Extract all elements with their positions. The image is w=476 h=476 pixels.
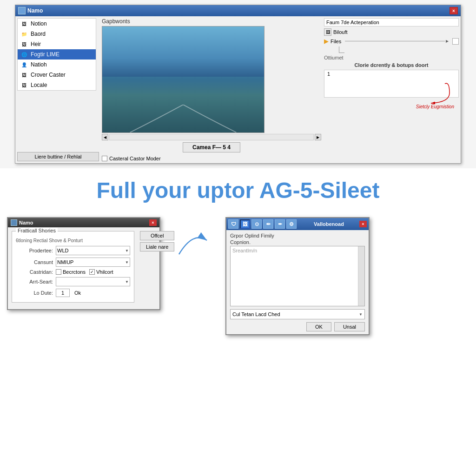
arrtseart-label: Arrt-Seart: [16, 279, 53, 284]
bilouft-label: Bilouft [333, 29, 348, 35]
baord-icon: 📁 [20, 30, 28, 38]
action-row: OK Unsal [230, 322, 365, 331]
natioh-icon: 👤 [20, 61, 28, 68]
prodertee-select[interactable]: WLD ▼ [56, 246, 130, 255]
toolbar-target[interactable]: ⊙ [251, 219, 262, 229]
scroll-track[interactable] [109, 134, 314, 140]
toolbar-image[interactable]: 🖼 [240, 219, 250, 229]
fogtir-icon: 🌐 [20, 51, 28, 58]
files-label: Files [331, 39, 341, 44]
top-window-close[interactable]: × [450, 7, 458, 14]
vhilcort-label: Vhilcort [96, 269, 113, 275]
namo-titlebar: Namo × [8, 218, 159, 227]
liere-button[interactable]: Liere buttine / Rehlal [17, 152, 99, 161]
text-area[interactable]: Sreantlm/n [230, 246, 365, 306]
vallobenoad-dialog: 🛡 🖼 ⊙ ✏ ✒ ⚙ Vallobenoad × Grpor Oplind F… [225, 217, 370, 335]
textarea-scrollbar[interactable] [358, 246, 364, 306]
toolbar-pen[interactable]: ✒ [275, 219, 285, 229]
list-item-natioh[interactable]: 👤 Natioh [18, 60, 96, 70]
textarea-placeholder: Sreantlm/n [231, 246, 364, 255]
scroll-right[interactable]: ▶ [315, 134, 321, 140]
cansunt-label: Cansunt [16, 259, 53, 265]
list-item-baord[interactable]: 📁 Baord [18, 29, 96, 39]
folder-icon: ▶ [324, 38, 329, 45]
vallobenoad-title: Vallobenoad [314, 221, 344, 227]
ok-button[interactable]: OK [306, 322, 331, 331]
lodute-label: Lo Dute: [16, 290, 53, 296]
notion-icon: 🖼 [20, 20, 28, 27]
toolbar-pencil[interactable]: ✏ [263, 219, 273, 229]
unsal-button[interactable]: Unsal [334, 322, 365, 331]
vallobenoad-close[interactable]: × [359, 221, 367, 227]
arrtseart-select[interactable]: ▼ [56, 277, 130, 286]
fratticall-group: Fratticall Shories 6tloning Rectial Shov… [12, 231, 134, 303]
cansunt-select[interactable]: NMIUP ▼ [56, 258, 130, 267]
vallobenoad-titlebar: 🛡 🖼 ⊙ ✏ ✒ ⚙ Vallobenoad × [226, 218, 369, 230]
scroll-left[interactable]: ◀ [102, 134, 108, 140]
namo-dialog: Namo × Fratticall Shories 6tloning Recti… [7, 217, 160, 310]
list-item-heir[interactable]: 🖼 Heir [18, 39, 96, 49]
bilouft-icon: 🖼 [324, 28, 331, 36]
crover-icon: 🖼 [20, 71, 28, 79]
prodertee-label: Prodertee: [16, 248, 53, 253]
castor-checkbox[interactable] [102, 156, 107, 161]
center-label: Gapbwonts [102, 18, 321, 25]
list-item-notion[interactable]: 🖼 Notion [18, 19, 96, 29]
offcel-button[interactable]: Offcel [140, 231, 174, 240]
liale-button[interactable]: Liale nare [140, 242, 174, 251]
subtitle1: Grpor Oplind Fimily [230, 233, 365, 238]
castor-label: Casteral Castor Moder [109, 156, 161, 161]
image-preview [102, 26, 264, 133]
arrtseart-arrow: ▼ [125, 280, 129, 284]
connector-svg [174, 226, 212, 264]
headline-text: Full your uptor AG-5-Sileet [5, 178, 471, 203]
ottiumet-label: Ottiumet [324, 55, 459, 60]
lodute-input[interactable] [56, 289, 70, 297]
vallobenoad-body: Grpor Oplind Fimily Copnion. Sreantlm/n … [226, 230, 369, 334]
top-window-title: Namo [27, 7, 43, 14]
top-window-body: 🖼 Notion 📁 Baord 🖼 Heir 🌐 Fogtir LIME [15, 16, 461, 163]
subtitle2: Copnion. [230, 239, 365, 245]
center-panel: Gapbwonts ◀ ▶ Camea F— 5 4 Casteral Ca [102, 18, 321, 161]
castridan-row: Castridan: Becrctons ✓ Vhilcort [16, 269, 130, 275]
becrctons-label: Becrctons [63, 269, 86, 275]
top-window-titlebar: Namo × [15, 5, 461, 16]
prodertee-arrow: ▼ [125, 249, 129, 253]
checkboxes: Becrctons ✓ Vhilcort [56, 269, 113, 275]
vhilcort-item: ✓ Vhilcort [89, 269, 113, 275]
toolbar-gear[interactable]: ⚙ [286, 219, 297, 229]
top-window: Namo × 🖼 Notion 📁 Baord 🖼 [15, 5, 461, 164]
scrollbar: ◀ ▶ [102, 134, 321, 140]
list-item-locale[interactable]: 🖼 Locale [18, 80, 96, 90]
lodute-row: Lo Dute: Ok [16, 289, 130, 297]
headline-section: Full your uptor AG-5-Sileet [0, 168, 476, 212]
list-item-crover[interactable]: 🖼 Crover Caster [18, 70, 96, 80]
window-icon [18, 7, 26, 14]
footer-arrow: ▼ [359, 312, 363, 317]
prodertee-row: Prodertee: WLD ▼ [16, 246, 130, 255]
footer-select[interactable]: Cul Tetan Lacd Ched ▼ [230, 309, 365, 319]
files-row: ▶ Files ▶ [324, 38, 459, 45]
file-icon [452, 38, 459, 45]
left-panel: 🖼 Notion 📁 Baord 🖼 Heir 🌐 Fogtir LIME [17, 18, 96, 91]
list-item-fogtir[interactable]: 🌐 Fogtir LIME [18, 49, 96, 60]
dialog-subtext: 6tloning Rectial Shove & Ponturt [16, 238, 130, 243]
right-panel: Faum 7de Acteperation 🖼 Bilouft ▶ Files … [324, 18, 459, 161]
vhilcort-cb[interactable]: ✓ [89, 269, 95, 275]
red-arrow-svg [417, 79, 454, 107]
namo-body: Fratticall Shories 6tloning Rectial Shov… [8, 227, 159, 309]
bottom-section: Namo × Fratticall Shories 6tloning Recti… [0, 212, 476, 340]
toolbar-shield[interactable]: 🛡 [228, 219, 238, 229]
castridan-label: Castridan: [16, 269, 53, 275]
group-title: Fratticall Shories [16, 228, 58, 233]
footer-select-label: Cul Tetan Lacd Ched [232, 311, 280, 317]
becrctons-item: Becrctons [56, 269, 86, 275]
bilouft-row: 🖼 Bilouft [324, 28, 459, 36]
becrctons-cb[interactable] [56, 269, 61, 275]
dialog2-footer: Cul Tetan Lacd Ched ▼ [230, 309, 365, 319]
input-value: 1 [326, 70, 331, 78]
heir-icon: 🖼 [20, 40, 28, 48]
camera-button[interactable]: Camea F— 5 4 [183, 142, 240, 152]
namo-close[interactable]: × [149, 219, 157, 226]
section-title: Clorie dcrently & botups doort [324, 62, 459, 68]
